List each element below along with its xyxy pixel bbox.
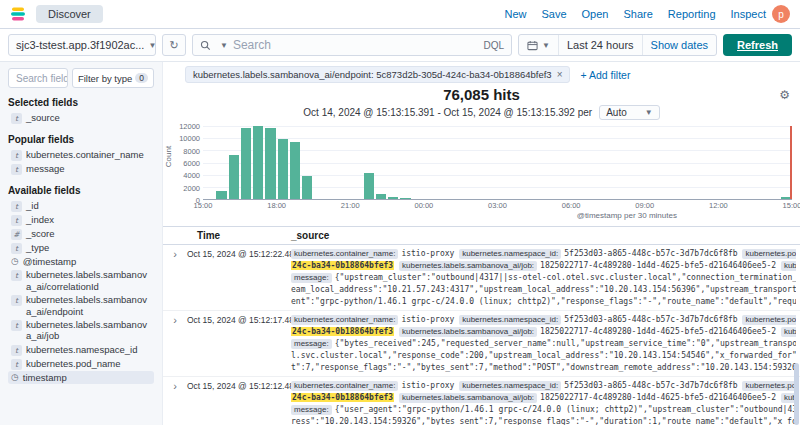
avatar[interactable]: p xyxy=(772,5,790,23)
elastic-logo[interactable] xyxy=(10,6,26,22)
y-axis: Count 020004000600080001000012000 xyxy=(167,126,203,200)
field-item-@timestamp[interactable]: ◷@timestamp xyxy=(8,255,154,268)
field-name: message xyxy=(26,163,65,174)
interval-value: Auto xyxy=(606,107,627,118)
field-badge[interactable]: kubernetes.container_name: xyxy=(291,381,398,391)
field-badge[interactable]: kubernetes.labels.sambanova_ai/job: xyxy=(399,261,537,271)
expand-row-icon[interactable]: › xyxy=(163,248,187,308)
field-badge[interactable]: kubernetes.labels.sambanova xyxy=(781,327,796,337)
doc-table-row: ›Oct 15, 2024 @ 15:12:12.483kubernetes.c… xyxy=(163,377,800,425)
field-item-_id[interactable]: t_id xyxy=(8,199,154,213)
nav-save[interactable]: Save xyxy=(541,8,566,20)
doc-table-header: Time _source xyxy=(163,227,800,245)
time-range-button[interactable]: Last 24 hours xyxy=(558,35,642,55)
text-type-icon: t xyxy=(11,320,22,331)
time-range-summary: Oct 14, 2024 @ 15:13:15.391 - Oct 15, 20… xyxy=(303,107,592,118)
nav-open[interactable]: Open xyxy=(582,8,609,20)
field-badge[interactable]: kubernetes.namespace_id: xyxy=(459,381,561,391)
doc-table: Time _source ›Oct 15, 2024 @ 15:12:22.48… xyxy=(163,226,800,425)
field-badge[interactable]: kubernetes.pod_name: xyxy=(742,381,796,391)
doc-table-row: ›Oct 15, 2024 @ 15:12:17.489kubernetes.c… xyxy=(163,311,800,377)
expand-row-icon[interactable]: › xyxy=(163,380,187,425)
field-value: istio-proxy xyxy=(401,249,459,258)
search-input[interactable] xyxy=(233,38,478,52)
field-badge[interactable]: kubernetes.pod_name: xyxy=(742,315,796,325)
header-nav: NewSaveOpenShareReportingInspect xyxy=(504,8,766,20)
field-name: _id xyxy=(26,200,39,211)
x-tick-label: 12:00 xyxy=(709,201,728,210)
time-cell: Oct 15, 2024 @ 15:12:12.483 xyxy=(187,380,291,425)
field-badge[interactable]: kubernetes.container_name: xyxy=(291,249,398,259)
index-pattern-selector[interactable]: sjc3-tstest.app.3f1902ac... ▼ xyxy=(8,34,156,56)
show-dates-button[interactable]: Show dates xyxy=(642,35,716,55)
histogram-plot-area[interactable] xyxy=(203,126,792,200)
field-badge[interactable]: kubernetes.labels.sambanova_ai/job: xyxy=(399,393,537,403)
query-language-button[interactable]: DQL xyxy=(483,40,504,51)
field-badge[interactable]: kubernetes.container_name: xyxy=(291,315,398,325)
y-tick-label: 8000 xyxy=(183,146,200,155)
search-box: ▼ DQL xyxy=(192,34,512,56)
field-value: 1825022717-4c489280-1d4d-4625-bfe5-d2164… xyxy=(540,327,781,336)
field-item-kubernetes.labels.sambanova_ai/job[interactable]: tkubernetes.labels.sambanova_ai/job xyxy=(8,318,154,343)
number-type-icon: # xyxy=(11,229,22,240)
time-column-header[interactable]: Time xyxy=(187,230,291,241)
source-line: kubernetes.container_name:istio-proxy ku… xyxy=(291,380,796,392)
index-pattern-refresh-button[interactable]: ↻ xyxy=(162,34,186,56)
field-badge[interactable]: kubernetes.pod_name: xyxy=(742,249,796,259)
y-tick-label: 10000 xyxy=(179,134,200,143)
histogram-bar xyxy=(364,173,374,199)
nav-reporting[interactable]: Reporting xyxy=(668,8,716,20)
field-badge[interactable]: kubernetes.labels.sambanova xyxy=(781,261,796,271)
field-badge[interactable]: kubernetes.namespace_id: xyxy=(459,249,561,259)
calendar-button[interactable]: ▼ xyxy=(519,35,558,55)
field-item-kubernetes.labels.sambanova_ai/endpoint[interactable]: tkubernetes.labels.sambanova_ai/endpoint xyxy=(8,293,154,318)
remove-filter-icon[interactable]: × xyxy=(557,69,563,80)
add-filter-button[interactable]: + Add filter xyxy=(580,69,630,81)
field-badge[interactable]: kubernetes.namespace_id: xyxy=(459,315,561,325)
field-item-_score[interactable]: #_score xyxy=(8,227,154,241)
field-item-kubernetes.pod_name[interactable]: tkubernetes.pod_name xyxy=(8,357,154,371)
index-pattern-label: sjc3-tstest.app.3f1902ac... xyxy=(16,39,144,51)
breadcrumb[interactable]: Discover xyxy=(36,5,103,23)
doc-table-row: ›Oct 15, 2024 @ 15:12:22.482kubernetes.c… xyxy=(163,245,800,311)
field-value: 5f253d03-a865-448c-b57c-3d7b7dc6f8fb xyxy=(564,249,742,258)
y-tick-label: 6000 xyxy=(183,159,200,168)
nav-share[interactable]: Share xyxy=(623,8,652,20)
field-badge[interactable]: kubernetes.labels.sambanova_ai/job: xyxy=(399,327,537,337)
time-cell: Oct 15, 2024 @ 15:12:17.489 xyxy=(187,314,291,374)
text-type-icon: t xyxy=(11,201,22,212)
field-item-timestamp[interactable]: ◷timestamp xyxy=(8,371,154,384)
refresh-button[interactable]: Refresh xyxy=(723,34,792,56)
field-item-kubernetes.container_name[interactable]: tkubernetes.container_name xyxy=(8,148,154,162)
field-item-_index[interactable]: t_index xyxy=(8,213,154,227)
nav-new[interactable]: New xyxy=(504,8,526,20)
chevron-down-icon: ▼ xyxy=(542,41,550,50)
nav-inspect[interactable]: Inspect xyxy=(731,8,766,20)
field-value: {"bytes_received":245,"requested_server_… xyxy=(335,339,796,348)
filter-pill[interactable]: kubernetes.labels.sambanova_ai/endpoint:… xyxy=(185,66,570,83)
vertical-scrollbar-thumb[interactable] xyxy=(794,363,799,425)
field-badge[interactable]: message: xyxy=(291,273,332,283)
field-item-kubernetes.namespace_id[interactable]: tkubernetes.namespace_id xyxy=(8,343,154,357)
source-line: ress":"10.20.143.154:59326","bytes_sent"… xyxy=(291,416,796,425)
x-tick-label: 00:00 xyxy=(414,201,433,210)
field-name: kubernetes.container_name xyxy=(26,149,144,160)
field-item-message[interactable]: tmessage xyxy=(8,162,154,176)
filter-type-count-badge: 0 xyxy=(135,73,148,83)
field-badge[interactable]: message: xyxy=(291,405,332,415)
field-item-kubernetes.labels.sambanova_ai/correlationId[interactable]: tkubernetes.labels.sambanova_ai/correlat… xyxy=(8,268,154,293)
source-line: message:{"bytes_received":245,"requested… xyxy=(291,338,796,350)
source-line: ent":"grpc-python/1.46.1 grpc-c/24.0.0 (… xyxy=(291,296,796,308)
chart-options-gear-icon[interactable]: ⚙ xyxy=(779,88,790,102)
field-badge[interactable]: message: xyxy=(291,339,332,349)
source-cell: kubernetes.container_name:istio-proxy ku… xyxy=(291,314,800,374)
expand-row-icon[interactable]: › xyxy=(163,314,187,374)
filter-by-type-button[interactable]: Filter by type 0 xyxy=(72,68,154,88)
field-item-_source[interactable]: t_source xyxy=(8,111,154,125)
interval-select[interactable]: Auto ▼ xyxy=(599,105,660,120)
field-item-_type[interactable]: t_type xyxy=(8,241,154,255)
field-value: t":7,"response_flags":"-","bytes_sent":7… xyxy=(291,363,796,372)
field-search-input[interactable] xyxy=(16,73,68,84)
saved-query-chevron-icon[interactable]: ▼ xyxy=(220,41,228,50)
x-axis-title: @timestamp per 30 minutes xyxy=(577,211,677,220)
